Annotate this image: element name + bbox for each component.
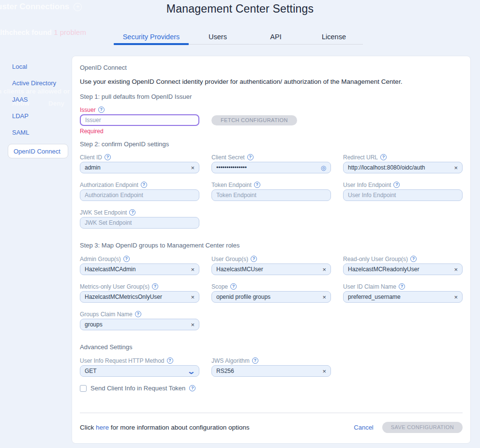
send-client-info-checkbox[interactable] bbox=[80, 385, 87, 392]
clear-icon[interactable]: × bbox=[454, 165, 458, 171]
sidebar-item-ldap[interactable]: LDAP bbox=[8, 111, 68, 121]
admin-groups-value: HazelcastMCAdmin bbox=[85, 266, 188, 273]
tab-api[interactable]: API bbox=[247, 31, 305, 45]
security-providers-sidebar: Local Active Directory JAAS LDAP SAML Op… bbox=[8, 62, 68, 165]
clear-icon[interactable]: × bbox=[191, 165, 195, 171]
help-icon[interactable]: ? bbox=[230, 283, 237, 290]
readonly-user-groups-input[interactable]: HazelcastMCReadonlyUser × bbox=[343, 263, 463, 275]
user-groups-label: User Group(s) ? bbox=[211, 255, 331, 263]
jws-algorithm-value: RS256 bbox=[216, 368, 319, 374]
client-id-input[interactable]: admin × bbox=[80, 162, 199, 173]
save-configuration-button[interactable]: SAVE CONFIGURATION bbox=[382, 422, 463, 433]
help-icon[interactable]: ? bbox=[251, 256, 257, 262]
help-icon[interactable]: ? bbox=[152, 283, 158, 290]
cancel-button[interactable]: Cancel bbox=[354, 424, 373, 431]
sidebar-item-active-directory[interactable]: Active Directory bbox=[8, 78, 68, 88]
jws-algorithm-input[interactable]: RS256 × bbox=[211, 365, 331, 377]
ghost-healthcheck-text: althcheck found bbox=[0, 28, 54, 36]
redirect-url-input[interactable]: http://localhost:8080/oidc/auth × bbox=[343, 162, 463, 173]
readonly-user-groups-label-text: Read-only User Group(s) bbox=[343, 256, 408, 263]
authorization-endpoint-field: Authorization Endpoint ? Authorization E… bbox=[80, 181, 199, 201]
user-groups-value: HazelcastMCUser bbox=[216, 266, 319, 273]
clear-icon[interactable]: × bbox=[454, 266, 458, 273]
user-id-claim-name-field: User ID Claim Name ? preferred_username … bbox=[343, 283, 463, 303]
clear-icon[interactable]: × bbox=[191, 266, 195, 273]
jwk-set-endpoint-field: JWK Set Endpoint ? JWK Set Endpoint bbox=[80, 209, 199, 229]
groups-claim-name-label: Groups Claim Name ? bbox=[80, 310, 199, 318]
help-icon[interactable]: ? bbox=[135, 311, 141, 317]
footer-actions: Cancel SAVE CONFIGURATION bbox=[354, 422, 463, 433]
row-endpoints: Authorization Endpoint ? Authorization E… bbox=[80, 181, 463, 201]
chevron-down-icon[interactable]: ⌄ bbox=[187, 368, 196, 375]
admin-groups-input[interactable]: HazelcastMCAdmin × bbox=[80, 263, 199, 275]
jwk-set-endpoint-label-text: JWK Set Endpoint bbox=[80, 209, 127, 216]
more-info-link[interactable]: here bbox=[96, 424, 109, 431]
help-icon[interactable]: ? bbox=[98, 107, 105, 113]
tab-users-label: Users bbox=[209, 33, 227, 41]
jwk-set-endpoint-input[interactable]: JWK Set Endpoint bbox=[80, 217, 199, 229]
clear-icon[interactable]: × bbox=[191, 322, 195, 328]
scope-input[interactable]: openid profile groups × bbox=[211, 291, 331, 303]
user-id-claim-name-input[interactable]: preferred_username × bbox=[343, 291, 463, 303]
jwk-set-endpoint-label: JWK Set Endpoint ? bbox=[80, 209, 199, 216]
user-groups-label-text: User Group(s) bbox=[211, 256, 248, 263]
fetch-configuration-button[interactable]: FETCH CONFIGURATION bbox=[211, 115, 297, 125]
help-icon[interactable]: ? bbox=[123, 256, 130, 262]
tab-license[interactable]: License bbox=[305, 31, 363, 45]
page-title: Management Center Settings bbox=[0, 2, 480, 15]
help-icon[interactable]: ? bbox=[393, 182, 400, 188]
help-icon[interactable]: ? bbox=[252, 357, 258, 364]
client-id-field: Client ID ? admin × bbox=[80, 154, 199, 173]
sidebar-item-jaas[interactable]: JAAS bbox=[8, 94, 68, 104]
clear-icon[interactable]: × bbox=[454, 294, 458, 300]
user-info-http-method-select[interactable]: GET ⌄ bbox=[80, 365, 199, 377]
client-secret-input[interactable]: ••••••••••••••• ◎ bbox=[211, 162, 331, 173]
sidebar-item-openid-connect[interactable]: OpenID Connect bbox=[8, 144, 68, 158]
readonly-user-groups-value: HazelcastMCReadonlyUser bbox=[348, 266, 451, 273]
issuer-input[interactable]: Issuer bbox=[80, 114, 199, 126]
clear-icon[interactable]: × bbox=[322, 266, 326, 273]
help-icon[interactable]: ? bbox=[247, 154, 254, 160]
help-icon[interactable]: ? bbox=[399, 283, 405, 290]
metrics-user-groups-label: Metrics-only User Group(s) ? bbox=[80, 283, 199, 290]
tab-users[interactable]: Users bbox=[189, 31, 247, 45]
user-groups-input[interactable]: HazelcastMCUser × bbox=[211, 263, 331, 275]
show-password-eye-icon[interactable]: ◎ bbox=[321, 165, 326, 171]
clear-icon[interactable]: × bbox=[191, 294, 195, 300]
user-id-claim-name-label-text: User ID Claim Name bbox=[343, 283, 396, 290]
row-groups-1: Admin Group(s) ? HazelcastMCAdmin × User… bbox=[80, 255, 463, 275]
help-icon[interactable]: ? bbox=[105, 154, 111, 160]
clear-icon[interactable]: × bbox=[322, 294, 326, 300]
help-icon[interactable]: ? bbox=[167, 357, 173, 364]
sidebar-item-saml[interactable]: SAML bbox=[8, 127, 68, 137]
help-icon[interactable]: ? bbox=[380, 154, 387, 160]
management-center-settings-page: { "background": { "cluster_connections":… bbox=[0, 0, 480, 448]
clear-icon[interactable]: × bbox=[322, 368, 326, 374]
step-3-text: Step 3: Map OpenID groups to Management … bbox=[80, 242, 463, 249]
issuer-label: Issuer ? bbox=[80, 106, 463, 113]
footer-rest-text: for more information about configuration… bbox=[109, 424, 249, 431]
help-icon[interactable]: ? bbox=[189, 385, 195, 391]
metrics-user-groups-input[interactable]: HazelcastMCMetricsOnlyUser × bbox=[80, 291, 199, 303]
help-icon[interactable]: ? bbox=[254, 182, 260, 188]
openid-connect-panel: OpenID Connect Use your existing OpenID … bbox=[72, 56, 471, 444]
footer-click-text: Click bbox=[80, 424, 94, 431]
client-secret-label-text: Client Secret bbox=[211, 154, 245, 161]
token-endpoint-input[interactable]: Token Endpoint bbox=[211, 189, 331, 201]
jws-algorithm-field: JWS Algorithm ? RS256 × bbox=[211, 357, 331, 377]
readonly-user-groups-label: Read-only User Group(s) ? bbox=[343, 255, 463, 263]
row-client: Client ID ? admin × Client Secret ? ••••… bbox=[80, 154, 463, 173]
help-icon[interactable]: ? bbox=[141, 182, 147, 188]
sidebar-item-local[interactable]: Local bbox=[8, 62, 68, 71]
help-icon[interactable]: ? bbox=[129, 209, 135, 216]
authorization-endpoint-input[interactable]: Authorization Endpoint bbox=[80, 189, 199, 201]
issuer-row: Issuer FETCH CONFIGURATION bbox=[80, 114, 463, 126]
tab-license-label: License bbox=[322, 33, 346, 41]
client-secret-value: ••••••••••••••• bbox=[216, 164, 318, 171]
help-icon[interactable]: ? bbox=[410, 256, 417, 262]
user-info-endpoint-input[interactable]: User Info Endpoint bbox=[343, 189, 463, 201]
tab-security-providers[interactable]: Security Providers bbox=[114, 31, 189, 45]
token-endpoint-label-text: Token Endpoint bbox=[211, 182, 252, 188]
authorization-endpoint-placeholder: Authorization Endpoint bbox=[85, 192, 195, 199]
groups-claim-name-input[interactable]: groups × bbox=[80, 319, 199, 330]
